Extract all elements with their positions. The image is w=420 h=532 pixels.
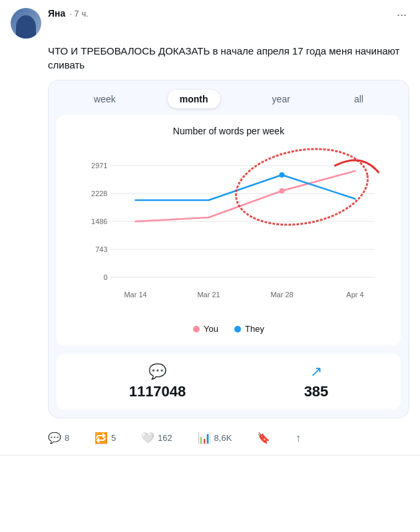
comment-icon: 💬 [48,432,61,444]
tweet-header: Яна · 7 ч. ··· [11,8,409,39]
svg-text:Mar 28: Mar 28 [270,291,293,299]
handle: · 7 ч. [69,9,88,19]
chart-title: Number of words per week [67,126,390,136]
svg-text:743: 743 [95,245,107,253]
stat2-value: 385 [304,383,329,400]
retweet-count: 5 [111,433,116,443]
legend: You They [67,321,390,340]
you-dot [193,326,200,332]
svg-text:Mar 14: Mar 14 [124,291,146,299]
like-count: 162 [158,433,172,443]
stats-row: 💬 1117048 ↗ 385 [57,354,401,410]
they-dot-mar28 [280,172,285,178]
bookmark-action[interactable]: 🔖 [257,432,270,444]
svg-text:2971: 2971 [91,162,107,170]
stat-trend: ↗ 385 [304,363,329,400]
tab-year[interactable]: year [260,90,302,108]
they-line [136,175,355,200]
svg-text:1486: 1486 [91,217,107,225]
message-icon: 💬 [148,363,166,380]
tab-month[interactable]: month [168,90,220,108]
more-button[interactable]: ··· [394,8,409,22]
bookmark-icon: 🔖 [257,432,270,444]
chart-svg: 2971 2228 1486 743 0 Mar 14 Mar 21 Mar 2… [67,146,390,319]
share-icon: ↑ [296,432,301,444]
tweet-meta: Яна · 7 ч. [48,8,387,19]
retweet-icon: 🔁 [95,432,108,444]
svg-text:Apr 4: Apr 4 [346,291,363,299]
views-action[interactable]: 📊 8,6K [198,432,232,444]
tab-bar: week month year all [49,80,409,115]
share-action[interactable]: ↑ [296,432,301,444]
like-action[interactable]: 🤍 162 [141,432,172,444]
legend-they: They [234,324,264,334]
chart-area: Number of words per week 2971 2228 1486 … [57,115,401,346]
trend-icon: ↗ [310,363,322,380]
you-line [136,171,355,221]
tab-week[interactable]: week [82,90,128,108]
retweet-action[interactable]: 🔁 5 [95,432,116,444]
tweet: Яна · 7 ч. ··· ЧТО И ТРЕБОВАЛОСЬ ДОКАЗАТ… [0,0,420,456]
views-icon: 📊 [198,432,211,444]
svg-text:2228: 2228 [91,190,107,198]
red-circle-annotation [230,146,373,235]
comment-count: 8 [65,433,69,443]
stat-messages: 💬 1117048 [129,363,186,400]
you-dot-mar28 [280,188,285,194]
red-arrow [335,160,379,172]
tweet-actions: 💬 8 🔁 5 🤍 162 📊 8,6K 🔖 ↑ [48,426,301,447]
chart-svg-container: 2971 2228 1486 743 0 Mar 14 Mar 21 Mar 2… [67,146,390,321]
tab-all[interactable]: all [342,90,375,108]
legend-you: You [193,324,218,334]
username: Яна [48,8,65,19]
chart-card: week month year all Number of words per … [48,80,409,418]
they-dot [234,326,241,332]
svg-text:Mar 21: Mar 21 [197,291,220,299]
they-label: They [245,324,264,334]
like-icon: 🤍 [141,432,154,444]
comment-action[interactable]: 💬 8 [48,432,69,444]
views-count: 8,6K [214,433,232,443]
tweet-text: ЧТО И ТРЕБОВАЛОСЬ ДОКАЗАТЬ в начале апре… [48,44,409,72]
svg-text:0: 0 [103,273,107,281]
stat1-value: 1117048 [129,383,186,400]
avatar [11,8,41,39]
you-label: You [204,324,218,334]
